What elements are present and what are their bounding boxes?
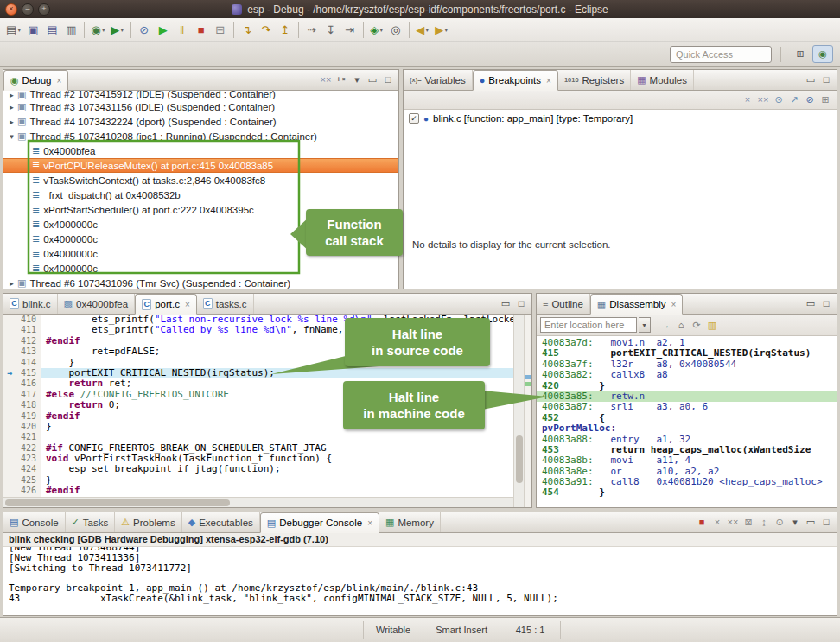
location-input[interactable]: [540, 317, 637, 333]
expand-icon[interactable]: ▸: [6, 279, 17, 288]
expand-all-button[interactable]: ⊞: [818, 92, 833, 108]
debug-config-button[interactable]: ◉▾: [88, 21, 107, 40]
refresh-button[interactable]: ⟳: [689, 317, 704, 333]
save-all-button[interactable]: ▤: [42, 21, 61, 40]
remove-breakpoint-button[interactable]: ×: [740, 92, 755, 108]
expand-icon[interactable]: ▸: [6, 91, 17, 99]
tab-close-icon[interactable]: ×: [546, 76, 551, 86]
debug-stack-frame-row[interactable]: ≣vTaskSwitchContext() at tasks.c:2,846 0…: [3, 173, 398, 188]
view-menu-button[interactable]: ▾: [349, 72, 365, 87]
tab-tasks-c[interactable]: Ctasks.c: [197, 294, 254, 314]
overview-ruler[interactable]: [524, 315, 531, 507]
editor-horizontal-scrollbar[interactable]: [3, 497, 513, 507]
tab-console[interactable]: ▤Console: [3, 512, 66, 532]
pin-console-button[interactable]: ⊙: [772, 514, 787, 530]
home-button[interactable]: ⌂: [673, 317, 689, 333]
tab-0x4000bfea[interactable]: ▩0x4000bfea: [58, 294, 136, 314]
drop-to-frame-button[interactable]: ↧: [321, 21, 340, 40]
scrollbar-thumb[interactable]: [5, 499, 230, 506]
disconnect-button[interactable]: ⊟: [211, 21, 230, 40]
tab-modules[interactable]: ▦Modules: [631, 70, 694, 90]
remove-all-breakpoints-button[interactable]: ××: [755, 92, 771, 108]
skip-all-button[interactable]: ⊘: [802, 92, 818, 108]
tab-executables[interactable]: ◆Executables: [182, 512, 260, 532]
window-minimize-icon[interactable]: –: [22, 3, 34, 16]
disassembly-listing[interactable]: 40083a7d: movi.n a2, 1415 portEXIT_CRITI…: [537, 336, 837, 507]
debug-thread-row[interactable]: ▸▣Thread #2 1073415912 (IDLE) (Suspended…: [3, 91, 398, 99]
forward-button[interactable]: ▶▾: [432, 21, 451, 40]
terminate-button[interactable]: ■: [192, 21, 211, 40]
editor-vertical-scrollbar[interactable]: [513, 315, 524, 507]
expand-icon[interactable]: ▸: [6, 118, 17, 126]
debug-stack-frame-row[interactable]: ≣_frxt_dispatch() at 0x4008532b: [3, 188, 398, 202]
tab-memory[interactable]: ▦Memory: [379, 512, 441, 532]
skip-breakpoints-button[interactable]: ⊘: [135, 21, 154, 40]
tab-debugger-console[interactable]: ▤Debugger Console×: [260, 512, 379, 533]
print-button[interactable]: ▥: [61, 21, 80, 40]
minimize-button[interactable]: ▭: [803, 72, 818, 87]
open-perspective-button[interactable]: ⊞: [790, 45, 811, 63]
tab-close-icon[interactable]: ×: [367, 518, 372, 528]
debug-stack-frame-row[interactable]: ≣0x4000000c: [3, 261, 398, 276]
scrollbar-thumb[interactable]: [516, 435, 523, 483]
debug-thread-row[interactable]: ▸▣Thread #6 1073431096 (Tmr Svc) (Suspen…: [3, 276, 398, 289]
minimize-button[interactable]: ▭: [803, 514, 818, 530]
editor-line-424[interactable]: 424 esp_set_breakpoint_if_jtag(function)…: [3, 464, 513, 474]
remove-all-launches-button[interactable]: ××: [725, 514, 741, 530]
suspend-button[interactable]: ‖: [173, 21, 192, 40]
tab-close-icon[interactable]: ×: [57, 76, 62, 86]
clear-console-button[interactable]: ⊠: [741, 514, 756, 530]
step-return-button[interactable]: ↥: [276, 21, 295, 40]
maximize-button[interactable]: □: [513, 296, 529, 311]
instruction-stepping-button[interactable]: ⇢: [302, 21, 321, 40]
breakpoint-checkbox[interactable]: ✓: [409, 113, 419, 124]
show-source-button[interactable]: ▥: [704, 317, 720, 333]
go-to-address-button[interactable]: →: [658, 317, 673, 333]
tab-blink-c[interactable]: Cblink.c: [3, 294, 58, 314]
step-filters-button[interactable]: ⇥: [340, 21, 360, 40]
tab-debug[interactable]: ◉Debug×: [3, 70, 68, 91]
maximize-button[interactable]: □: [818, 72, 834, 87]
new-button[interactable]: ▤▾: [3, 21, 23, 40]
scroll-lock-button[interactable]: ↨: [756, 514, 772, 530]
search-button[interactable]: ◎: [386, 21, 405, 40]
maximize-button[interactable]: □: [380, 72, 396, 87]
terminate-console-button[interactable]: ■: [694, 514, 710, 530]
debug-thread-row[interactable]: ▸▣Thread #3 1073431156 (IDLE) (Suspended…: [3, 99, 398, 114]
tab-close-icon[interactable]: ×: [671, 300, 676, 309]
minimize-button[interactable]: ▭: [803, 296, 818, 311]
breakpoint-item[interactable]: ✓ ● blink.c [function: app_main] [type: …: [404, 110, 837, 127]
editor-line-426[interactable]: 426#endif: [3, 486, 513, 496]
remove-launch-button[interactable]: ×: [710, 514, 725, 530]
expand-icon[interactable]: ▾: [6, 132, 17, 141]
window-maximize-icon[interactable]: +: [38, 3, 50, 16]
location-dropdown-icon[interactable]: ▾: [639, 317, 651, 333]
tab-outline[interactable]: ≡Outline: [537, 294, 590, 314]
tab-registers[interactable]: 1010Registers: [558, 70, 631, 90]
debug-stack-frame-row[interactable]: ≣vPortCPUReleaseMutex() at port.c:415 0x…: [3, 158, 398, 173]
debug-stack-frame-row[interactable]: ≣0x4000bfea: [3, 143, 398, 158]
maximize-button[interactable]: □: [818, 296, 834, 311]
maximize-button[interactable]: □: [818, 514, 834, 530]
tab-disassembly[interactable]: ▦Disassembly×: [590, 294, 683, 315]
go-to-file-button[interactable]: ↗: [786, 92, 802, 108]
minimize-button[interactable]: ▭: [498, 296, 513, 311]
external-tools-button[interactable]: ◈▾: [367, 21, 386, 40]
disassembly-line[interactable]: 454 }: [537, 487, 837, 498]
save-button[interactable]: ▣: [23, 21, 42, 40]
back-button[interactable]: ◀▾: [413, 21, 432, 40]
tab-tasks[interactable]: ✓Tasks: [66, 512, 116, 532]
tab-variables[interactable]: (x)=Variables: [404, 70, 473, 90]
step-over-button[interactable]: ↷: [257, 21, 276, 40]
minimize-button[interactable]: ▭: [365, 72, 380, 87]
debug-thread-row[interactable]: ▾▣Thread #5 1073410208 (ipc1 : Running) …: [3, 129, 398, 143]
tab-problems[interactable]: ⚠Problems: [115, 512, 181, 532]
tab-close-icon[interactable]: ×: [185, 300, 190, 309]
run-config-button[interactable]: ▶▾: [108, 21, 127, 40]
expand-icon[interactable]: ▸: [6, 103, 17, 111]
view-menu-button[interactable]: ▾: [787, 514, 803, 530]
tab-breakpoints[interactable]: ●Breakpoints×: [473, 70, 558, 91]
step-into-button[interactable]: ↴: [238, 21, 257, 40]
window-close-icon[interactable]: ×: [5, 3, 17, 16]
remove-terminated-button[interactable]: ××: [318, 72, 334, 87]
